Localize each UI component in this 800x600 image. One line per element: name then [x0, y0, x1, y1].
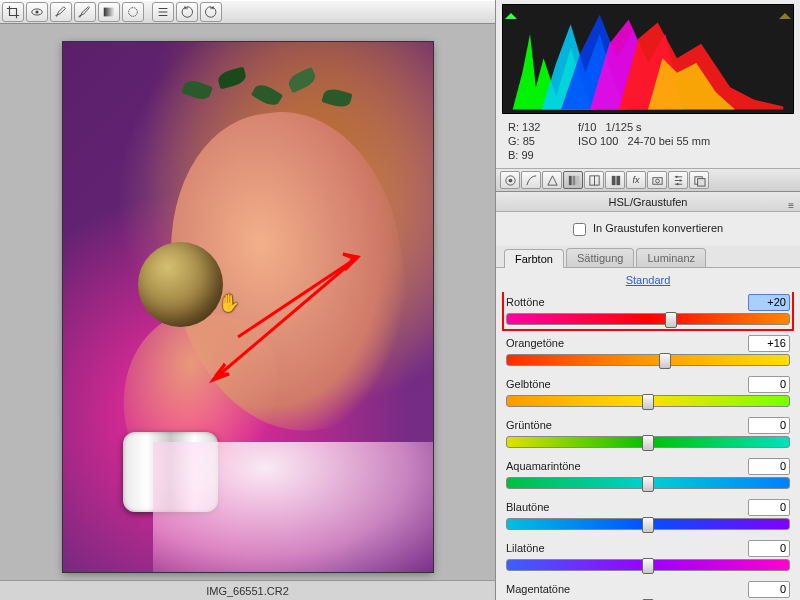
slider-label: Blautöne — [506, 501, 549, 513]
slider-lilatöne: Lilatöne — [506, 538, 790, 573]
slider-value-input[interactable] — [748, 294, 790, 311]
slider-orangetöne: Orangetöne — [506, 333, 790, 368]
slider-value-input[interactable] — [748, 499, 790, 516]
brush2-tool-icon[interactable] — [74, 2, 96, 22]
radial-tool-icon[interactable] — [122, 2, 144, 22]
meta-r: R: 132 — [508, 120, 578, 134]
histogram[interactable] — [502, 4, 794, 114]
list-tool-icon[interactable] — [152, 2, 174, 22]
svg-rect-12 — [576, 175, 579, 184]
slider-thumb[interactable] — [642, 394, 654, 410]
svg-line-4 — [238, 257, 358, 337]
svg-point-18 — [655, 179, 659, 183]
slider-track[interactable] — [506, 436, 790, 448]
slider-thumb[interactable] — [659, 353, 671, 369]
svg-line-6 — [213, 257, 358, 380]
eye-tool-icon[interactable] — [26, 2, 48, 22]
preview-viewport[interactable]: ✋ — [0, 24, 495, 580]
svg-rect-10 — [568, 175, 571, 184]
grayscale-checkbox-label[interactable]: In Graustufen konvertieren — [573, 222, 723, 234]
slider-track[interactable] — [506, 395, 790, 407]
slider-thumb[interactable] — [665, 312, 677, 328]
slider-aquamarintöne: Aquamarintöne — [506, 456, 790, 491]
slider-thumb[interactable] — [642, 476, 654, 492]
slider-track[interactable] — [506, 518, 790, 530]
standard-link-row: Standard — [496, 268, 800, 292]
hsl-subtabs: Farbton Sättigung Luminanz — [496, 246, 800, 268]
rotate-cw-icon[interactable] — [200, 2, 222, 22]
panel-menu-icon[interactable]: ≡ — [788, 196, 794, 216]
svg-point-24 — [676, 183, 678, 185]
slider-label: Magentatöne — [506, 583, 570, 595]
svg-rect-15 — [611, 175, 615, 184]
hue-sliders: RottöneOrangetöneGelbtöneGrüntöneAquamar… — [496, 292, 800, 600]
slider-track[interactable] — [506, 559, 790, 571]
tab-hue[interactable]: Farbton — [504, 249, 564, 268]
tab-curve-icon[interactable] — [521, 171, 541, 189]
image-metadata: R: 132 G: 85 B: 99 f/10 1/125 s ISO 100 … — [496, 116, 800, 168]
slider-gelbtöne: Gelbtöne — [506, 374, 790, 409]
tab-saturation[interactable]: Sättigung — [566, 248, 634, 267]
slider-value-input[interactable] — [748, 335, 790, 352]
meta-iso: ISO 100 — [578, 135, 618, 147]
meta-aperture: f/10 — [578, 121, 596, 133]
tab-split-icon[interactable] — [584, 171, 604, 189]
slider-value-input[interactable] — [748, 376, 790, 393]
tab-detail-icon[interactable] — [542, 171, 562, 189]
preview-image: ✋ — [63, 42, 433, 572]
slider-track[interactable] — [506, 354, 790, 366]
meta-shutter: 1/125 s — [606, 121, 642, 133]
tab-lens-icon[interactable] — [605, 171, 625, 189]
slider-track[interactable] — [506, 313, 790, 325]
slider-value-input[interactable] — [748, 540, 790, 557]
panel-tab-strip: fx — [496, 168, 800, 192]
slider-label: Orangetöne — [506, 337, 564, 349]
tab-hsl-icon[interactable] — [563, 171, 583, 189]
meta-g: G: 85 — [508, 134, 578, 148]
grayscale-row: In Graustufen konvertieren — [496, 212, 800, 246]
slider-thumb[interactable] — [642, 435, 654, 451]
slider-value-input[interactable] — [748, 417, 790, 434]
slider-magentatöne: Magentatöne — [506, 579, 790, 600]
slider-blautöne: Blautöne — [506, 497, 790, 532]
slider-value-input[interactable] — [748, 458, 790, 475]
brush-tool-icon[interactable] — [50, 2, 72, 22]
tab-luminance[interactable]: Luminanz — [636, 248, 706, 267]
tab-basic-icon[interactable] — [500, 171, 520, 189]
svg-rect-11 — [572, 175, 575, 184]
slider-label: Lilatöne — [506, 542, 545, 554]
svg-point-22 — [675, 175, 677, 177]
svg-rect-26 — [697, 178, 704, 185]
tab-presets-icon[interactable] — [668, 171, 688, 189]
preview-toolbar — [0, 0, 495, 24]
panel-title: HSL/Graustufen ≡ — [496, 192, 800, 212]
rotate-ccw-icon[interactable] — [176, 2, 198, 22]
svg-point-9 — [508, 178, 512, 182]
slider-label: Aquamarintöne — [506, 460, 581, 472]
slider-rottöne: Rottöne — [506, 292, 790, 327]
crop-tool-icon[interactable] — [2, 2, 24, 22]
slider-label: Rottöne — [506, 296, 545, 308]
meta-b: B: 99 — [508, 148, 578, 162]
slider-thumb[interactable] — [642, 558, 654, 574]
gradient-tool-icon[interactable] — [98, 2, 120, 22]
slider-label: Grüntöne — [506, 419, 552, 431]
default-link[interactable]: Standard — [626, 274, 671, 286]
meta-lens: 24-70 bei 55 mm — [628, 135, 711, 147]
svg-rect-16 — [616, 175, 620, 184]
svg-point-3 — [129, 8, 138, 17]
slider-thumb[interactable] — [642, 517, 654, 533]
slider-value-input[interactable] — [748, 581, 790, 598]
svg-rect-2 — [104, 8, 115, 17]
tab-camera-icon[interactable] — [647, 171, 667, 189]
svg-point-23 — [679, 179, 681, 181]
filename-label: IMG_66551.CR2 — [0, 580, 495, 600]
grayscale-checkbox[interactable] — [573, 223, 586, 236]
slider-label: Gelbtöne — [506, 378, 551, 390]
adjustments-panel: R: 132 G: 85 B: 99 f/10 1/125 s ISO 100 … — [495, 0, 800, 600]
slider-track[interactable] — [506, 477, 790, 489]
preview-pane: ✋ IMG_66551.CR2 — [0, 0, 495, 600]
tab-fx-icon[interactable]: fx — [626, 171, 646, 189]
tab-snapshots-icon[interactable] — [689, 171, 709, 189]
slider-grüntöne: Grüntöne — [506, 415, 790, 450]
